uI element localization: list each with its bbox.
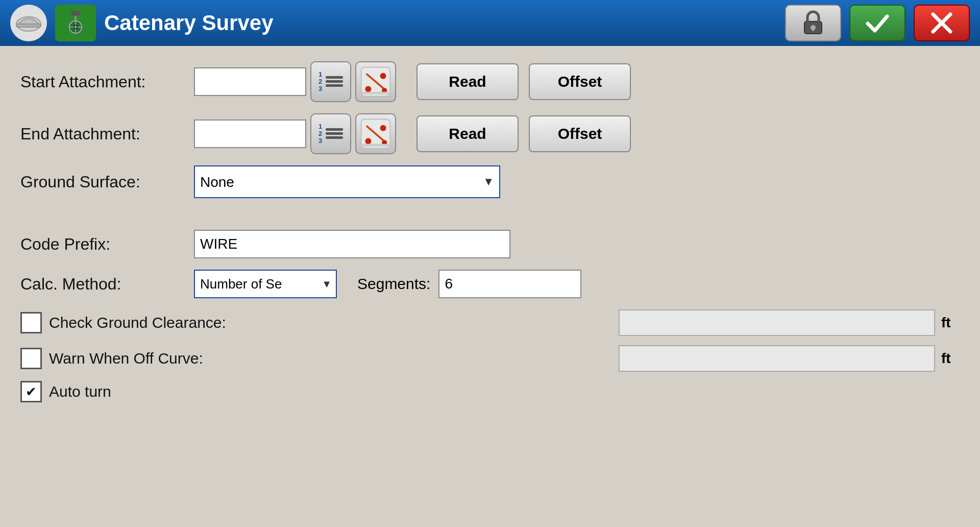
svg-rect-3 bbox=[71, 11, 80, 16]
end-attachment-label: End Attachment: bbox=[20, 125, 194, 143]
calc-method-label: Calc. Method: bbox=[20, 275, 194, 294]
svg-rect-19 bbox=[362, 92, 390, 94]
auto-turn-checkbox[interactable] bbox=[20, 381, 42, 402]
start-attachment-input[interactable] bbox=[194, 67, 306, 96]
svg-point-22 bbox=[380, 125, 386, 131]
end-list-button[interactable]: 123 bbox=[310, 113, 351, 154]
start-attachment-row: Start Attachment: 123 bbox=[20, 61, 960, 102]
code-prefix-row: Code Prefix: bbox=[20, 230, 960, 258]
auto-turn-label: Auto turn bbox=[49, 383, 304, 400]
ground-surface-label: Ground Surface: bbox=[20, 173, 194, 191]
ground-surface-select[interactable]: None bbox=[194, 165, 500, 198]
check-ground-unit: ft bbox=[941, 315, 960, 331]
spacer1 bbox=[20, 209, 960, 230]
start-action-buttons: Read Offset bbox=[411, 63, 631, 100]
helmet-icon bbox=[10, 5, 47, 41]
survey-icon bbox=[55, 5, 96, 41]
ground-surface-select-wrapper[interactable]: None bbox=[194, 165, 500, 198]
app-title: Catenary Survey bbox=[104, 11, 777, 35]
calc-method-select[interactable]: Number of Se bbox=[194, 270, 337, 298]
check-ground-right: ft bbox=[619, 309, 960, 336]
end-scatter-button[interactable] bbox=[355, 113, 396, 154]
calc-method-select-wrapper[interactable]: Number of Se bbox=[194, 270, 337, 298]
close-button[interactable] bbox=[914, 5, 970, 41]
start-list-button[interactable]: 123 bbox=[310, 61, 351, 102]
svg-rect-11 bbox=[812, 28, 814, 31]
warn-off-curve-row: Warn When Off Curve: ft bbox=[20, 345, 960, 372]
warn-off-curve-unit: ft bbox=[941, 350, 960, 367]
svg-point-23 bbox=[365, 138, 371, 145]
check-ground-row: Check Ground Clearance: ft bbox=[20, 309, 960, 336]
end-action-buttons: Read Offset bbox=[411, 115, 631, 152]
start-offset-button[interactable]: Offset bbox=[529, 63, 631, 100]
start-attachment-label: Start Attachment: bbox=[20, 73, 194, 91]
end-attachment-controls: 123 bbox=[194, 113, 396, 154]
lock-button[interactable] bbox=[785, 5, 841, 41]
warn-off-curve-value-input[interactable] bbox=[619, 345, 935, 372]
confirm-button[interactable] bbox=[849, 5, 905, 41]
end-offset-button[interactable]: Offset bbox=[529, 115, 631, 152]
start-read-button[interactable]: Read bbox=[416, 63, 519, 100]
warn-off-curve-label: Warn When Off Curve: bbox=[49, 350, 304, 367]
code-prefix-label: Code Prefix: bbox=[20, 235, 194, 254]
svg-point-16 bbox=[380, 73, 386, 79]
start-attachment-controls: 123 bbox=[194, 61, 396, 102]
end-read-button[interactable]: Read bbox=[416, 115, 519, 152]
segments-label: Segments: bbox=[357, 275, 430, 293]
segments-input[interactable] bbox=[438, 270, 581, 298]
start-scatter-button[interactable] bbox=[355, 61, 396, 102]
header: Catenary Survey bbox=[0, 0, 980, 46]
main-content: Start Attachment: 123 bbox=[0, 46, 980, 427]
svg-rect-25 bbox=[362, 144, 390, 147]
warn-off-curve-right: ft bbox=[619, 345, 960, 372]
check-ground-checkbox[interactable] bbox=[20, 312, 42, 333]
code-prefix-input[interactable] bbox=[194, 230, 510, 258]
warn-off-curve-checkbox[interactable] bbox=[20, 348, 42, 369]
end-attachment-input[interactable] bbox=[194, 119, 306, 148]
svg-rect-1 bbox=[16, 24, 41, 27]
ground-surface-row: Ground Surface: None bbox=[20, 165, 960, 198]
svg-point-17 bbox=[365, 86, 371, 92]
end-attachment-row: End Attachment: 123 bbox=[20, 113, 960, 154]
check-ground-label: Check Ground Clearance: bbox=[49, 314, 304, 331]
auto-turn-row: Auto turn bbox=[20, 381, 960, 402]
check-ground-value-input[interactable] bbox=[619, 309, 935, 336]
calc-method-row: Calc. Method: Number of Se Segments: bbox=[20, 270, 960, 298]
